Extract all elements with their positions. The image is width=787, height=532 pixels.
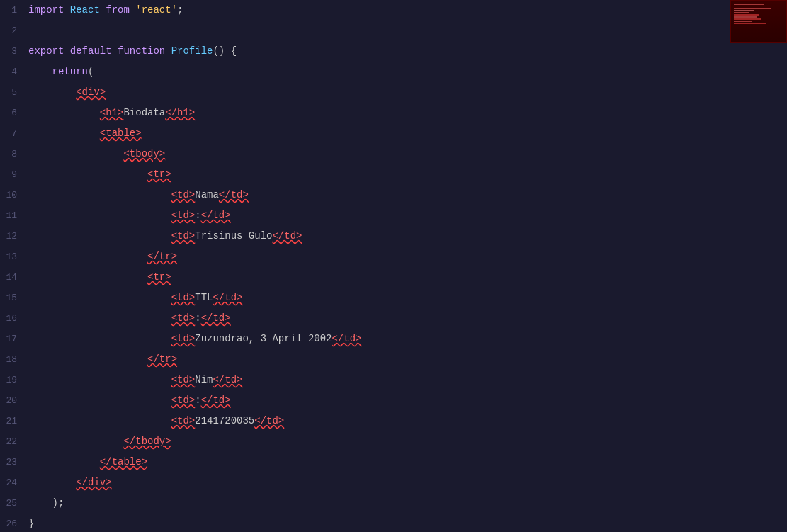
line-number: 3	[0, 41, 28, 62]
token-jsx-tag: </td>	[219, 189, 249, 200]
token-kw-from: from	[106, 4, 135, 16]
code-line: 22 </tbody>	[0, 431, 787, 452]
line-number: 17	[0, 329, 28, 349]
token-jsx-tag: </td>	[201, 210, 231, 221]
token-plain	[28, 66, 52, 77]
code-line: 1import React from 'react';	[0, 0, 787, 21]
token-jsx-tag: <div>	[76, 86, 106, 98]
token-jsx-tag: </tr>	[147, 251, 177, 262]
line-number: 1	[0, 0, 28, 21]
token-jsx-tag: <td>	[171, 395, 196, 406]
token-jsx-tag: <td>	[171, 312, 196, 324]
token-jsx-text: :	[195, 312, 200, 324]
token-plain	[28, 148, 123, 159]
code-line: 9 <tr>	[0, 164, 787, 185]
line-content: </tr>	[28, 349, 787, 370]
token-jsx-tag: <table>	[100, 128, 142, 139]
token-jsx-tag: <td>	[171, 189, 196, 200]
token-plain	[28, 312, 171, 324]
line-number: 20	[0, 390, 28, 411]
token-jsx-tag: </td>	[213, 374, 242, 385]
line-content: </tr>	[28, 247, 787, 267]
token-fn-name: Profile	[171, 45, 213, 57]
code-line: 23 </table>	[0, 452, 787, 472]
code-line: 25 );	[0, 493, 787, 514]
line-number: 8	[0, 144, 28, 164]
token-jsx-tag: <td>	[171, 333, 196, 344]
code-line: 20 <td>:</td>	[0, 390, 787, 411]
token-plain	[28, 86, 76, 98]
code-line: 15 <td>TTL</td>	[0, 288, 787, 308]
token-jsx-tag: <td>	[171, 230, 196, 242]
token-jsx-tag: </td>	[254, 415, 284, 426]
line-number: 26	[0, 514, 28, 532]
token-semi: ;	[177, 4, 183, 16]
token-jsx-tag: </tbody>	[123, 436, 171, 447]
token-jsx-tag: <td>	[171, 210, 196, 221]
token-jsx-tag: <h1>	[100, 107, 124, 118]
minimap-lines	[731, 1, 786, 28]
line-content: }	[28, 514, 787, 532]
token-kw-default: default	[70, 45, 118, 57]
token-kw-return: return	[52, 66, 88, 77]
token-jsx-tag: </tr>	[147, 353, 177, 365]
token-plain	[28, 456, 100, 468]
token-plain	[28, 230, 171, 242]
line-number: 6	[0, 103, 28, 123]
line-number: 5	[0, 82, 28, 103]
code-line: 7 <table>	[0, 123, 787, 144]
line-content: <div>	[28, 82, 787, 103]
line-content: <td>:</td>	[28, 308, 787, 329]
line-content: import React from 'react';	[28, 0, 787, 21]
token-str: 'react'	[135, 4, 177, 16]
token-jsx-text: TTL	[195, 292, 213, 303]
line-content: <tr>	[28, 164, 787, 185]
line-number: 13	[0, 247, 28, 267]
line-number: 19	[0, 370, 28, 390]
code-line: 14 <tr>	[0, 267, 787, 288]
token-plain	[28, 292, 171, 303]
line-content: <td>:</td>	[28, 205, 787, 226]
token-jsx-tag: <td>	[171, 292, 196, 303]
token-plain	[28, 271, 147, 283]
token-jsx-tag: </td>	[201, 312, 231, 324]
minimap	[730, 0, 787, 43]
line-number: 7	[0, 123, 28, 144]
token-jsx-tag: <tbody>	[123, 148, 165, 159]
token-plain: );	[28, 497, 64, 509]
line-content: return(	[28, 62, 787, 82]
token-jsx-tag: <td>	[171, 374, 196, 385]
code-line: 11 <td>:</td>	[0, 205, 787, 226]
code-line: 24 </div>	[0, 472, 787, 493]
token-plain	[28, 169, 147, 180]
token-jsx-tag: </table>	[100, 456, 147, 468]
line-number: 11	[0, 205, 28, 226]
token-jsx-text: Nim	[195, 374, 213, 385]
token-kw-export: export	[28, 45, 70, 57]
token-plain	[28, 107, 100, 118]
token-plain	[28, 128, 100, 139]
line-content: <tr>	[28, 267, 787, 288]
token-jsx-text: Zuzundrao, 3 April 2002	[195, 333, 332, 344]
token-jsx-tag: </td>	[332, 333, 361, 344]
token-plain	[28, 353, 147, 365]
line-content: </div>	[28, 472, 787, 493]
token-jsx-tag: </h1>	[165, 107, 195, 118]
token-plain	[28, 189, 171, 200]
token-plain	[28, 477, 76, 488]
token-kw-import: import	[28, 4, 70, 16]
line-number: 18	[0, 349, 28, 370]
code-line: 4 return(	[0, 62, 787, 82]
token-plain: (	[88, 66, 94, 77]
line-content: <td>2141720035</td>	[28, 411, 787, 431]
code-line: 16 <td>:</td>	[0, 308, 787, 329]
line-content: <h1>Biodata</h1>	[28, 103, 787, 123]
line-content: <table>	[28, 123, 787, 144]
token-jsx-tag: <td>	[171, 415, 196, 426]
token-kw-react: React	[70, 4, 106, 16]
line-content: );	[28, 493, 787, 514]
minimap-content	[731, 1, 786, 42]
line-number: 15	[0, 288, 28, 308]
line-number: 25	[0, 493, 28, 514]
token-jsx-tag: </td>	[201, 395, 231, 406]
